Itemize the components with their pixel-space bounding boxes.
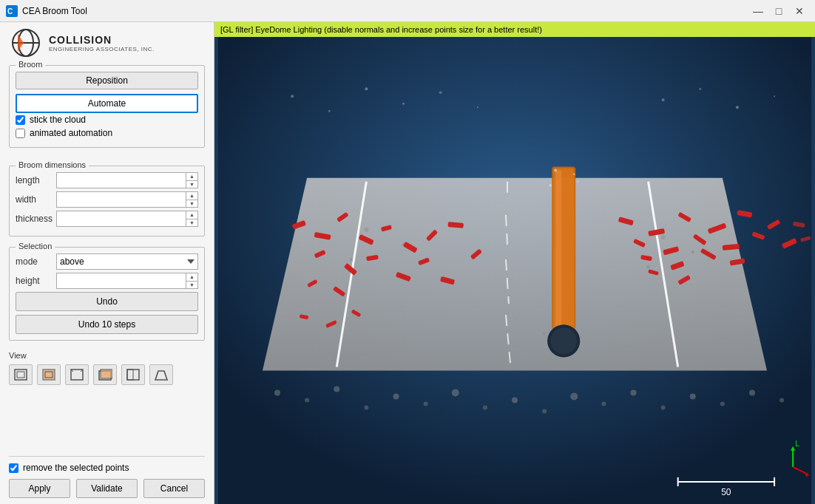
svg-point-21 <box>291 95 294 98</box>
svg-point-39 <box>543 332 546 335</box>
right-view-button[interactable] <box>37 364 61 385</box>
svg-point-92 <box>577 180 579 183</box>
length-row: length 23.345 ▲ ▼ <box>16 172 198 188</box>
thickness-arrows: ▲ ▼ <box>186 211 197 226</box>
undo-10-button[interactable]: Undo 10 steps <box>16 315 198 334</box>
window-title: CEA Broom Tool <box>22 6 748 16</box>
logo-area: COLLISION ENGINEERING ASSOCIATES, INC. <box>9 28 205 58</box>
animated-automation-row: animated automation <box>16 128 198 138</box>
mode-label: mode <box>16 256 56 267</box>
height-input[interactable]: 23.345 <box>60 276 195 286</box>
validate-button[interactable]: Validate <box>76 479 138 498</box>
svg-rect-8 <box>43 370 55 380</box>
left-view-button[interactable] <box>121 364 145 385</box>
svg-point-109 <box>690 394 696 400</box>
svg-point-98 <box>364 406 368 410</box>
svg-text:50: 50 <box>721 487 731 497</box>
dimensions-section-label: Broom dimensions <box>16 160 89 169</box>
length-down-arrow[interactable]: ▼ <box>186 181 197 188</box>
svg-point-101 <box>452 389 459 397</box>
svg-point-37 <box>646 265 650 269</box>
length-label: length <box>16 175 56 185</box>
view-label: View <box>9 351 205 360</box>
height-spinbox[interactable]: 23.345 ▲ ▼ <box>56 273 198 289</box>
stick-to-cloud-checkbox[interactable] <box>16 115 25 125</box>
mode-row: mode above below between <box>16 253 198 270</box>
remove-checkbox-row: remove the selected points <box>9 463 205 473</box>
svg-point-32 <box>364 228 368 232</box>
svg-rect-14 <box>101 370 112 378</box>
svg-marker-31 <box>263 178 767 371</box>
svg-point-22 <box>328 110 331 112</box>
height-down-arrow[interactable]: ▼ <box>186 282 197 289</box>
svg-rect-6 <box>15 370 27 380</box>
svg-rect-7 <box>17 372 24 378</box>
maximize-button[interactable]: □ <box>769 4 788 18</box>
svg-point-111 <box>749 390 755 396</box>
undo-button[interactable]: Undo <box>16 292 198 311</box>
svg-point-91 <box>549 184 552 187</box>
svg-point-36 <box>691 251 694 253</box>
back-view-button[interactable] <box>65 364 89 385</box>
svg-point-103 <box>512 398 518 403</box>
svg-line-19 <box>164 371 167 380</box>
perspective-view-icon <box>154 368 169 381</box>
length-up-arrow[interactable]: ▲ <box>186 173 197 181</box>
animated-automation-label: animated automation <box>30 128 112 138</box>
cancel-button[interactable]: Cancel <box>143 479 205 498</box>
svg-point-23 <box>365 87 368 90</box>
width-spinbox[interactable]: 20.0% ▲ ▼ <box>56 191 198 208</box>
front-view-button[interactable] <box>9 364 33 385</box>
svg-point-90 <box>573 173 575 175</box>
svg-point-110 <box>720 402 725 406</box>
bottom-controls: remove the selected points Apply Validat… <box>9 456 205 498</box>
stick-to-cloud-row: stick the cloud <box>16 115 198 125</box>
apply-button[interactable]: Apply <box>9 479 70 498</box>
svg-point-89 <box>554 169 557 172</box>
close-button[interactable]: ✕ <box>790 4 809 18</box>
thickness-down-arrow[interactable]: ▼ <box>186 219 197 227</box>
svg-rect-16 <box>127 370 133 380</box>
company-logo <box>9 28 43 58</box>
svg-point-28 <box>699 88 701 90</box>
perspective-view-button[interactable] <box>149 364 173 385</box>
view-icons-row <box>9 364 205 385</box>
length-spinbox[interactable]: 23.345 ▲ ▼ <box>56 172 198 188</box>
back-view-icon <box>70 368 84 381</box>
stick-to-cloud-label: stick the cloud <box>30 115 86 125</box>
thickness-input[interactable]: 5.0% <box>60 214 195 224</box>
svg-point-102 <box>483 406 487 410</box>
mode-dropdown[interactable]: above below between <box>56 253 198 270</box>
svg-point-29 <box>736 106 739 109</box>
svg-point-95 <box>274 390 280 396</box>
thickness-spinbox[interactable]: 5.0% ▲ ▼ <box>56 211 198 227</box>
animated-automation-checkbox[interactable] <box>16 129 25 138</box>
front-view-icon <box>13 368 28 381</box>
thickness-up-arrow[interactable]: ▲ <box>186 211 197 219</box>
width-down-arrow[interactable]: ▼ <box>186 200 197 208</box>
height-up-arrow[interactable]: ▲ <box>186 273 197 282</box>
selection-section-label: Selection <box>16 242 55 251</box>
top-view-button[interactable] <box>93 364 117 385</box>
selection-section: Selection mode above below between heigh… <box>9 247 205 341</box>
reposition-button[interactable]: Reposition <box>16 72 198 89</box>
svg-point-107 <box>630 390 636 396</box>
width-row: width 20.0% ▲ ▼ <box>16 191 198 208</box>
3d-scene: 50 L <box>214 22 815 504</box>
length-arrows: ▲ ▼ <box>186 173 197 188</box>
minimize-button[interactable]: — <box>748 4 768 18</box>
width-input[interactable]: 20.0% <box>60 194 195 205</box>
svg-point-97 <box>334 386 339 392</box>
remove-selected-checkbox[interactable] <box>9 463 18 473</box>
width-label: width <box>16 194 56 205</box>
automate-button[interactable]: Automate <box>16 94 198 113</box>
viewport[interactable]: [GL filter] EyeDome Lighting (disable no… <box>214 22 815 504</box>
length-input[interactable]: 23.345 <box>60 175 195 185</box>
broom-section-label: Broom <box>16 60 45 69</box>
svg-point-106 <box>601 402 606 406</box>
top-view-icon <box>98 368 112 381</box>
broom-section: Broom Reposition Automate stick the clou… <box>9 65 205 148</box>
width-up-arrow[interactable]: ▲ <box>186 192 197 200</box>
svg-point-96 <box>305 398 309 403</box>
window-controls: — □ ✕ <box>748 4 809 18</box>
